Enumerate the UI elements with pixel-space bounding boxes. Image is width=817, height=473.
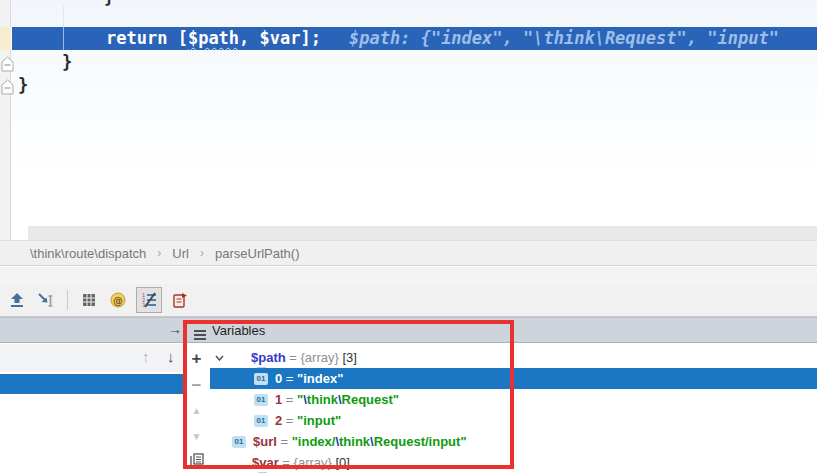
breadcrumb: \think\route\dispatch › Url › parseUrlPa… bbox=[0, 240, 817, 266]
variable-name: $path bbox=[251, 350, 286, 365]
phpstorm-debug-window: } return [$path, $var];$path: {"index", … bbox=[0, 0, 817, 473]
variable-row-item2[interactable]: 01 2 = "input" bbox=[210, 410, 817, 431]
step-out-icon[interactable] bbox=[6, 289, 28, 311]
code-fold-marker-icon[interactable] bbox=[1, 56, 14, 72]
debug-toolbar: @ 1 2 3 bbox=[0, 284, 817, 317]
selected-frame-row[interactable] bbox=[0, 374, 183, 394]
remove-watch-button[interactable]: − bbox=[183, 376, 210, 396]
variable-row-item0-selected[interactable]: 01 0 = "index" bbox=[210, 368, 817, 389]
svg-text:@: @ bbox=[113, 295, 123, 306]
duplicate-watch-icon[interactable] bbox=[183, 453, 210, 471]
breadcrumb-separator: › bbox=[157, 246, 161, 260]
paste-value-icon[interactable] bbox=[169, 289, 191, 311]
array-index: 1 bbox=[275, 392, 282, 407]
array-count: [0] bbox=[332, 455, 350, 470]
string-value: "input" bbox=[297, 413, 341, 428]
editor-horizontal-scrollbar[interactable] bbox=[28, 226, 817, 240]
panel-title: Variables bbox=[212, 323, 265, 338]
variable-name: $url bbox=[253, 434, 277, 449]
code-editor[interactable]: } return [$path, $var];$path: {"index", … bbox=[0, 0, 817, 240]
primitive-value-icon: 01 bbox=[254, 373, 268, 385]
primitive-value-icon: 01 bbox=[254, 394, 268, 406]
breadcrumb-item-class[interactable]: Url bbox=[172, 246, 189, 261]
string-value: "index" bbox=[297, 371, 343, 386]
array-count: [3] bbox=[339, 350, 357, 365]
array-index: 0 bbox=[275, 371, 282, 386]
restore-layout-icon[interactable]: → bbox=[168, 321, 182, 337]
array-icon: 1 2 3 bbox=[231, 352, 245, 364]
variable-row-url[interactable]: 01 $url = "index/\think\Request/input" bbox=[210, 431, 817, 452]
string-value: "index/\think\Request/input" bbox=[292, 434, 467, 449]
indent-guide bbox=[63, 27, 64, 50]
panel-divider-band bbox=[0, 267, 817, 284]
breadcrumb-separator: › bbox=[200, 246, 204, 260]
breadcrumb-item-method[interactable]: parseUrlPath() bbox=[215, 246, 300, 261]
var-variable: $var bbox=[260, 28, 301, 48]
variable-row-path[interactable]: 1 2 3 $path = {array} [3] bbox=[210, 347, 817, 368]
variables-panel-header[interactable]: → Variables bbox=[0, 317, 817, 343]
navigate-up-icon[interactable]: ↑ bbox=[142, 348, 150, 365]
primitive-value-icon: 01 bbox=[254, 415, 268, 427]
variable-type: {array} bbox=[294, 455, 332, 470]
gutter-execution-marker bbox=[0, 27, 11, 50]
indent-guide bbox=[63, 6, 64, 27]
evaluate-expression-icon[interactable] bbox=[78, 289, 100, 311]
code-line-partial: } bbox=[104, 0, 114, 9]
array-icon: 1 2 3 bbox=[232, 457, 246, 469]
code-line-brace: } bbox=[62, 51, 72, 74]
string-value: "\think\Request" bbox=[297, 392, 399, 407]
show-values-at-icon[interactable]: @ bbox=[107, 289, 129, 311]
watches-toolbar: + − ▲ ▼ bbox=[183, 343, 210, 473]
move-watch-up-button[interactable]: ▲ bbox=[183, 405, 210, 416]
breadcrumb-item-namespace[interactable]: \think\route\dispatch bbox=[30, 246, 146, 261]
code-line-execution: return [$path, $var];$path: {"index", "\… bbox=[106, 27, 779, 50]
navigate-down-icon[interactable]: ↓ bbox=[167, 348, 175, 365]
debugger-inline-value-hint: $path: {"index", "\think\Request", "inpu… bbox=[349, 28, 779, 48]
variable-row-item1[interactable]: 01 1 = "\think\Request" bbox=[210, 389, 817, 410]
svg-text:3: 3 bbox=[142, 302, 145, 308]
run-to-cursor-icon[interactable] bbox=[35, 289, 57, 311]
code-line-brace: } bbox=[18, 74, 28, 97]
primitive-value-icon: 01 bbox=[232, 436, 246, 448]
variable-name: $var bbox=[252, 455, 279, 470]
add-watch-button[interactable]: + bbox=[183, 349, 210, 369]
move-watch-down-button[interactable]: ▼ bbox=[183, 431, 210, 442]
frames-pane-toolbar-row: ↑ ↓ bbox=[0, 344, 183, 372]
path-variable: $path bbox=[188, 28, 239, 48]
chevron-down-icon[interactable] bbox=[215, 355, 231, 361]
variable-type: {array} bbox=[301, 350, 339, 365]
variable-row-var[interactable]: 1 2 3 $var = {array} [0] bbox=[210, 452, 817, 473]
toolbar-divider bbox=[67, 290, 68, 310]
array-index: 2 bbox=[275, 413, 282, 428]
panel-menu-icon[interactable] bbox=[194, 326, 206, 344]
code-fold-marker-icon[interactable] bbox=[1, 79, 14, 95]
customize-data-views-icon[interactable]: 1 2 3 bbox=[136, 287, 162, 313]
return-keyword: return bbox=[106, 28, 167, 48]
